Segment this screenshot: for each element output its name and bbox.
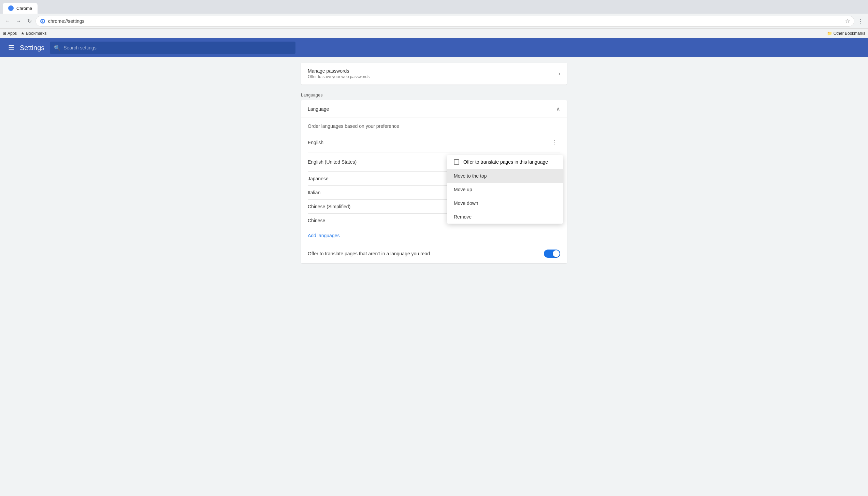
address-text: chrome://settings [48, 18, 842, 24]
settings-header: ☰ Settings 🔍 [0, 38, 868, 57]
bookmarks-label: Bookmarks [26, 31, 46, 36]
search-input[interactable] [63, 45, 291, 50]
apps-label: Apps [8, 31, 17, 36]
move-up-label: Move up [454, 187, 472, 192]
language-body: Order languages based on your preference… [301, 118, 567, 244]
language-header-title: Language [308, 106, 556, 112]
menu-dots-button[interactable]: ⋮ [856, 16, 865, 26]
move-down-option[interactable]: Move down [447, 196, 563, 210]
remove-option[interactable]: Remove [447, 210, 563, 224]
tab-favicon [8, 5, 14, 11]
settings-title: Settings [20, 44, 44, 52]
search-bar[interactable]: 🔍 [50, 42, 295, 54]
move-to-top-option[interactable]: Move to the top [447, 169, 563, 183]
translate-option-row[interactable]: Offer to translate pages in this languag… [447, 155, 563, 169]
toggle-thumb [553, 250, 560, 257]
address-bar[interactable]: chrome://settings ☆ [35, 16, 854, 27]
remove-label: Remove [454, 214, 472, 220]
favicon-icon [40, 18, 45, 24]
move-to-top-label: Move to the top [454, 173, 487, 179]
bookmarks-link[interactable]: ★ Bookmarks [21, 31, 46, 36]
apps-bookmark[interactable]: ⊞ Apps [3, 31, 17, 36]
active-tab[interactable]: Chrome [3, 3, 38, 14]
back-button[interactable]: ← [3, 16, 12, 26]
hamburger-menu[interactable]: ☰ [8, 44, 14, 52]
content-inner: Manage passwords Offer to save your web … [301, 63, 567, 263]
add-languages-container: Add languages [308, 227, 560, 244]
language-dropdown-menu: Offer to translate pages in this languag… [447, 155, 563, 224]
other-bookmarks[interactable]: 📁 Other Bookmarks [827, 31, 865, 36]
reload-button[interactable]: ↻ [25, 16, 34, 26]
language-chevron-up: ∧ [556, 106, 560, 112]
other-bookmarks-label: Other Bookmarks [834, 31, 865, 36]
settings-content: Manage passwords Offer to save your web … [246, 57, 622, 269]
apps-grid-icon: ⊞ [3, 31, 6, 36]
svg-point-2 [42, 20, 43, 22]
translate-checkbox[interactable] [454, 159, 459, 165]
passwords-title: Manage passwords [308, 68, 559, 74]
nav-bar: ← → ↻ chrome://settings ☆ ⋮ [0, 14, 868, 29]
star-bookmark-icon: ★ [21, 31, 25, 36]
move-down-label: Move down [454, 200, 478, 206]
language-name-english: English [308, 140, 549, 145]
language-card-header[interactable]: Language ∧ [301, 100, 567, 118]
tab-bar: Chrome [0, 0, 868, 14]
list-item: English (United States) ⋮ Offer to trans… [308, 152, 560, 172]
star-icon[interactable]: ☆ [845, 18, 850, 24]
translate-option-label: Offer to translate pages in this languag… [463, 159, 548, 165]
translate-toggle[interactable] [544, 250, 560, 258]
languages-section-header: Languages [301, 87, 567, 100]
list-item: English ⋮ [308, 133, 560, 152]
english-more-button[interactable]: ⋮ [549, 137, 560, 148]
search-icon: 🔍 [54, 45, 61, 51]
language-card: Language ∧ Order languages based on your… [301, 100, 567, 263]
move-up-option[interactable]: Move up [447, 183, 563, 196]
folder-icon: 📁 [827, 31, 832, 36]
passwords-chevron-right: › [559, 71, 560, 77]
passwords-card-text: Manage passwords Offer to save your web … [308, 68, 559, 79]
translate-pages-label: Offer to translate pages that aren't in … [308, 251, 544, 256]
order-label: Order languages based on your preference [308, 123, 560, 129]
passwords-subtitle: Offer to save your web passwords [308, 74, 559, 79]
language-list: English ⋮ English (United States) ⋮ [308, 133, 560, 227]
browser-frame: Chrome ← → ↻ chrome://settings ☆ ⋮ ⊞ App… [0, 0, 868, 38]
tab-title: Chrome [16, 6, 32, 11]
bookmarks-bar: ⊞ Apps ★ Bookmarks 📁 Other Bookmarks [0, 29, 868, 38]
translate-toggle-row: Offer to translate pages that aren't in … [301, 244, 567, 263]
add-languages-link[interactable]: Add languages [308, 233, 339, 238]
manage-passwords-row[interactable]: Manage passwords Offer to save your web … [301, 63, 567, 85]
forward-button[interactable]: → [14, 16, 23, 26]
passwords-card: Manage passwords Offer to save your web … [301, 63, 567, 85]
nav-icons: ⋮ [856, 16, 865, 26]
